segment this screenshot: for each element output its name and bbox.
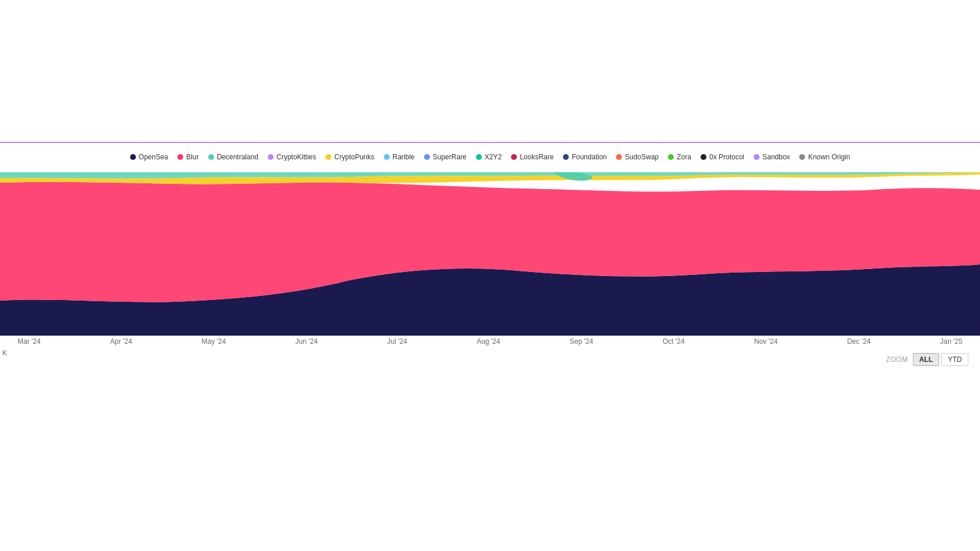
legend-item-cryptopunks[interactable]: CryptoPunks	[326, 153, 374, 161]
legend-item-x2y2[interactable]: X2Y2	[476, 153, 502, 161]
legend-item-known-origin[interactable]: Known Origin	[799, 153, 850, 161]
legend-label: SudoSwap	[625, 153, 659, 161]
legend-label: CryptoPunks	[334, 153, 374, 161]
legend-dot	[563, 154, 569, 160]
legend-item-sudoswap[interactable]: SudoSwap	[616, 153, 659, 161]
legend-label: Known Origin	[808, 153, 850, 161]
x-axis: Mar '24Apr '24May '24Jun '24Jul '24Aug '…	[0, 337, 980, 346]
zoom-controls: ZOOM ALLYTD	[886, 353, 968, 366]
legend-dot	[701, 154, 706, 160]
legend-label: X2Y2	[485, 153, 502, 161]
legend-item-sandbox[interactable]: Sandbox	[754, 153, 790, 161]
legend-item-rarible[interactable]: Rarible	[384, 153, 415, 161]
legend-item-decentraland[interactable]: Decentraland	[208, 153, 258, 161]
x-axis-label: Aug '24	[477, 337, 500, 346]
legend-dot	[476, 154, 482, 160]
x-axis-label: Jun '24	[295, 337, 317, 346]
legend-item-0x-protocol[interactable]: 0x Protocol	[701, 153, 744, 161]
legend-item-opensea[interactable]: OpenSea	[130, 153, 169, 161]
legend-dot	[326, 154, 331, 160]
top-line	[0, 142, 980, 143]
legend-label: Sandbox	[762, 153, 790, 161]
legend-label: OpenSea	[139, 153, 169, 161]
zoom-btn-ytd[interactable]: YTD	[942, 353, 968, 366]
x-axis-label: Oct '24	[663, 337, 685, 346]
x-axis-label: Nov '24	[754, 337, 778, 346]
legend-dot	[208, 154, 214, 160]
x-axis-label: Dec '24	[847, 337, 870, 346]
legend-dot	[511, 154, 517, 160]
zoom-label: ZOOM	[886, 355, 908, 364]
x-axis-label: Jan '25	[940, 337, 963, 346]
legend-label: Blur	[186, 153, 198, 161]
x-axis-label: Apr '24	[110, 337, 132, 346]
legend-dot	[754, 154, 760, 160]
legend-item-superrare[interactable]: SuperRare	[424, 153, 467, 161]
legend-item-cryptokitties[interactable]: CryptoKitties	[268, 153, 316, 161]
legend-dot	[616, 154, 622, 160]
legend-label: LooksRare	[520, 153, 554, 161]
legend-label: 0x Protocol	[709, 153, 744, 161]
legend-dot	[130, 154, 136, 160]
legend-item-looksrare[interactable]: LooksRare	[511, 153, 554, 161]
x-axis-label: Mar '24	[18, 337, 41, 346]
legend-label: CryptoKitties	[276, 153, 316, 161]
legend-dot	[384, 154, 390, 160]
x-axis-label: Sep '24	[570, 337, 593, 346]
legend-dot	[177, 154, 183, 160]
legend-dot	[268, 154, 274, 160]
y-axis-label: K	[2, 349, 7, 357]
chart-legend: OpenSeaBlurDecentralandCryptoKittiesCryp…	[0, 151, 980, 163]
legend-label: Zora	[677, 153, 691, 161]
legend-label: SuperRare	[433, 153, 467, 161]
legend-dot	[424, 154, 430, 160]
chart-area	[0, 172, 980, 336]
legend-label: Rarible	[393, 153, 415, 161]
x-axis-label: May '24	[202, 337, 226, 346]
legend-label: Foundation	[572, 153, 607, 161]
legend-item-zora[interactable]: Zora	[668, 153, 691, 161]
legend-dot	[668, 154, 674, 160]
legend-label: Decentraland	[217, 153, 258, 161]
legend-item-foundation[interactable]: Foundation	[563, 153, 607, 161]
zoom-btn-all[interactable]: ALL	[913, 353, 939, 366]
x-axis-label: Jul '24	[387, 337, 407, 346]
legend-dot	[799, 154, 805, 160]
legend-item-blur[interactable]: Blur	[177, 153, 198, 161]
